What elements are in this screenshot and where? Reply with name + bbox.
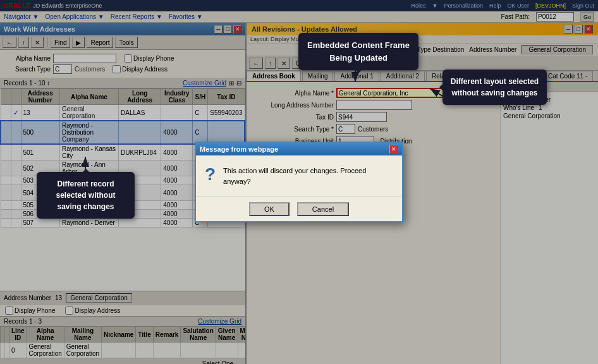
modal-message: This action will discard your changes. P… — [223, 166, 393, 186]
record-callout: Different record selected without saving… — [37, 172, 135, 219]
modal-header: Message from webpage ✕ — [196, 143, 402, 155]
layout-callout-text: Different layout selected without saving… — [451, 77, 539, 97]
modal-cancel-btn[interactable]: Cancel — [297, 202, 349, 216]
record-callout-text: Different record selected without saving… — [56, 179, 115, 211]
modal-header-btns: ✕ — [389, 145, 398, 154]
record-callout-arrow — [83, 166, 89, 172]
page-wrapper: ORACLE JD Edwards EnterpriseOne Roles ▼ … — [0, 0, 598, 364]
embedded-callout: Embedded Content Frame Being Updated — [298, 33, 418, 70]
modal-body: ? This action will discard your changes.… — [196, 155, 402, 197]
modal-close-btn[interactable]: ✕ — [389, 145, 398, 154]
modal-ok-btn[interactable]: OK — [249, 202, 290, 216]
layout-callout: Different layout selected without saving… — [442, 70, 547, 105]
embedded-callout-text: Embedded Content Frame Being Updated — [307, 40, 410, 63]
modal-question-icon: ? — [205, 166, 216, 183]
modal-title: Message from webpage — [200, 145, 278, 153]
modal-footer: OK Cancel — [196, 197, 402, 221]
embedded-callout-arrow — [355, 70, 362, 76]
layout-callout-arrow — [436, 84, 442, 90]
modal-dialog: Message from webpage ✕ ? This action wil… — [195, 142, 403, 222]
